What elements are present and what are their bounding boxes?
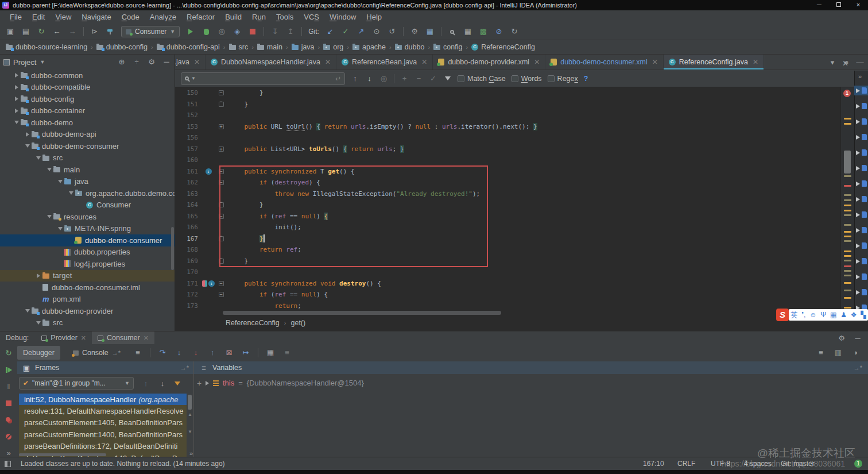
override-method-icon[interactable]: [206, 168, 212, 175]
line-number[interactable]: 152: [175, 111, 200, 119]
close-icon[interactable]: ✕: [652, 58, 658, 66]
playlist-row[interactable]: [856, 118, 867, 125]
fold-collapse-icon[interactable]: ˇ: [219, 259, 224, 264]
stripe-mark[interactable]: [844, 251, 851, 252]
frame-row[interactable]: resolve:131, DefaultNamespaceHandlerReso…: [19, 405, 187, 417]
hammer-icon[interactable]: [106, 27, 115, 36]
tree-arrow-icon[interactable]: [67, 191, 75, 195]
save-icon[interactable]: ▤: [21, 27, 30, 36]
run-window-icon[interactable]: ⊳: [90, 27, 99, 36]
stripe-mark[interactable]: [844, 282, 851, 284]
menu-refactor[interactable]: Refactor: [181, 10, 220, 24]
viewbp-wrap[interactable]: [4, 415, 13, 425]
close-search-icon[interactable]: ✕: [842, 59, 848, 68]
ime-key[interactable]: ❜,: [801, 311, 805, 319]
stripe-mark[interactable]: [844, 210, 851, 211]
tree-item-dubbo-common[interactable]: dubbo-common: [0, 70, 175, 82]
tab-console[interactable]: Console →*: [67, 346, 126, 360]
tree-arrow-icon[interactable]: [13, 85, 21, 90]
sogou-logo-icon[interactable]: S: [776, 309, 789, 321]
ime-key[interactable]: 英: [790, 310, 797, 320]
frames-variables-splitter[interactable]: [193, 361, 194, 457]
selplus-wrap[interactable]: +: [400, 74, 409, 83]
fold-expand-icon[interactable]: +: [219, 147, 224, 152]
tab-ReferenceBean.java[interactable]: ReferenceBean.java✕: [336, 55, 433, 70]
fold-column[interactable]: +: [216, 147, 226, 152]
push-icon[interactable]: ↗: [356, 27, 366, 36]
sync-icon[interactable]: ↻: [37, 27, 46, 36]
tree-item-dubbo-container[interactable]: dubbo-container: [0, 105, 175, 117]
code-editor[interactable]: 150− }151ˇ }152153+ public URL toUrl() {…: [175, 87, 840, 315]
regex-checkbox[interactable]: Regex: [548, 75, 578, 83]
breadcrumb-dubbo-config-api[interactable]: dubbo-config-api: [157, 43, 220, 51]
line-number[interactable]: 161: [175, 168, 200, 175]
close-icon[interactable]: ✕: [194, 58, 200, 66]
down-icon[interactable]: ↓: [365, 74, 374, 83]
line-number[interactable]: 163: [175, 190, 200, 198]
thread-combo[interactable]: ✔ "main"@1 in group "m... ▼: [19, 377, 134, 390]
fold-column[interactable]: +: [216, 124, 226, 129]
notification-badge[interactable]: 1: [854, 460, 862, 468]
line-number[interactable]: 164: [175, 201, 200, 209]
override-method-icon[interactable]: [208, 280, 215, 287]
fold-column[interactable]: ˇ: [216, 236, 226, 241]
fold-collapse-icon[interactable]: −: [219, 180, 224, 185]
line-number[interactable]: 169: [175, 257, 200, 265]
help-link[interactable]: ?: [584, 75, 588, 83]
fold-column[interactable]: ˇ: [216, 259, 226, 264]
line-number[interactable]: 165: [175, 213, 200, 220]
menu-build[interactable]: Build: [220, 10, 247, 24]
words-checkbox[interactable]: Words: [512, 75, 542, 83]
stripe-mark[interactable]: [844, 231, 851, 233]
close-icon[interactable]: ✕: [81, 334, 86, 342]
minimize-button[interactable]: ─: [809, 0, 829, 10]
stripe-mark[interactable]: [844, 224, 851, 226]
selminus-icon[interactable]: −: [414, 74, 423, 83]
playlist-row[interactable]: [856, 289, 867, 295]
project-scrollbar[interactable]: [171, 227, 174, 270]
error-stripe[interactable]: 1: [840, 87, 854, 315]
line-number[interactable]: 156: [175, 134, 200, 141]
breadcrumb-dubbo-source-learning[interactable]: dubbo-source-learning: [6, 43, 87, 51]
chevron-more-icon[interactable]: »: [858, 73, 862, 80]
stripe-scrollbar-thumb[interactable]: [844, 151, 851, 174]
search-icon[interactable]: [448, 27, 457, 36]
line-number[interactable]: 167: [175, 235, 200, 242]
resume-wrap[interactable]: [4, 365, 13, 375]
tab-r.java[interactable]: r.java✕: [175, 55, 206, 70]
pause-wrap[interactable]: ‖: [4, 382, 13, 391]
gear-icon[interactable]: ⚙: [147, 57, 156, 67]
update-icon[interactable]: ↙: [326, 27, 335, 36]
image-icon[interactable]: ▩: [479, 27, 488, 36]
wrench-icon[interactable]: ⚙: [410, 27, 419, 36]
down-wrap[interactable]: ↓: [365, 74, 374, 83]
fold-column[interactable]: −: [216, 214, 226, 219]
bell-wrap[interactable]: ◎: [379, 74, 388, 83]
playlist-row[interactable]: [856, 273, 867, 280]
caret-position-widget[interactable]: 167:10: [643, 460, 664, 468]
frames-vscrollbar[interactable]: [188, 395, 192, 410]
run-configuration-combo[interactable]: Consumer▼: [121, 26, 180, 37]
mutebp-icon[interactable]: [4, 432, 13, 441]
up-icon[interactable]: ↑: [351, 74, 359, 83]
tree-arrow-icon[interactable]: [34, 273, 42, 278]
tree-arrow-icon[interactable]: [56, 180, 64, 183]
sliders-icon[interactable]: ≡: [282, 348, 292, 357]
fold-column[interactable]: −: [216, 281, 226, 286]
menu-window[interactable]: Window: [324, 10, 361, 24]
forward-icon[interactable]: →: [68, 27, 77, 36]
stop2-wrap[interactable]: [4, 399, 13, 408]
tree-arrow-icon[interactable]: [13, 109, 21, 113]
background-playlist-strip[interactable]: »田田: [854, 71, 868, 331]
breadcrumb-ReferenceConfig[interactable]: ReferenceConfig: [471, 43, 535, 51]
tree-item-target[interactable]: target: [0, 270, 175, 282]
menu-edit[interactable]: Edit: [27, 10, 50, 24]
stripe-mark[interactable]: [844, 214, 851, 216]
menu-navigate[interactable]: Navigate: [76, 10, 116, 24]
match-case-checkbox[interactable]: Match Case: [458, 75, 506, 83]
tree-arrow-icon[interactable]: [24, 144, 32, 148]
menu-run[interactable]: Run: [247, 10, 271, 24]
viewbp-icon[interactable]: [4, 415, 13, 425]
search-input[interactable]: [198, 75, 333, 83]
maximize-button[interactable]: [829, 0, 848, 10]
